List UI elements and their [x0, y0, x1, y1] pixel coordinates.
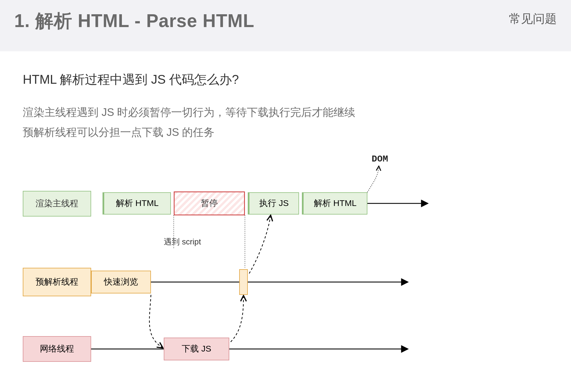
- description-line-2: 预解析线程可以分担一点下载 JS 的任务: [23, 122, 548, 142]
- arrow-download-to-preparse: [231, 296, 243, 342]
- slide-title: 1. 解析 HTML - Parse HTML: [14, 9, 254, 33]
- question-text: HTML 解析过程中遇到 JS 代码怎么办?: [23, 71, 548, 88]
- arrow-preparse-to-execjs: [249, 216, 271, 273]
- diagram-svg: [23, 154, 507, 382]
- slide-content: HTML 解析过程中遇到 JS 代码怎么办? 渲染主线程遇到 JS 时必须暂停一…: [0, 51, 571, 392]
- description: 渲染主线程遇到 JS 时必须暂停一切行为，等待下载执行完后才能继续 预解析线程可…: [23, 102, 548, 142]
- description-line-1: 渲染主线程遇到 JS 时必须暂停一切行为，等待下载执行完后才能继续: [23, 102, 548, 122]
- dom-arrow: [367, 167, 379, 192]
- arrow-quickscan-to-download: [150, 295, 162, 348]
- timeline-diagram: 渲染主线程 预解析线程 网络线程 解析 HTML 暂停 执行 JS 解析 HTM…: [23, 154, 507, 382]
- slide-header: 1. 解析 HTML - Parse HTML 常见问题: [0, 0, 571, 51]
- slide-tag: 常见问题: [509, 11, 557, 27]
